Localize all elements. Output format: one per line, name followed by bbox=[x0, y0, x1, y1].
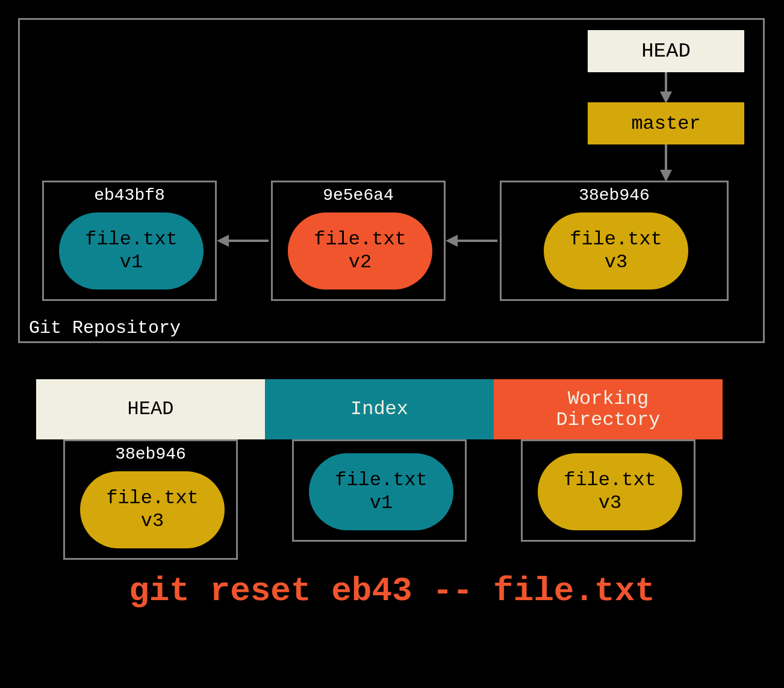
commit-hash: 38eb946 bbox=[502, 186, 727, 205]
arrow-commit-link bbox=[228, 240, 269, 242]
file-name: file.txt bbox=[335, 469, 428, 492]
arrow-head-down-icon bbox=[660, 170, 672, 182]
index-column-label: Index bbox=[350, 398, 408, 420]
wd-label-line2: Directory bbox=[556, 409, 661, 430]
arrow-master-to-commit bbox=[665, 144, 667, 172]
arrow-head-left-icon bbox=[217, 235, 229, 247]
file-pill: file.txt v1 bbox=[309, 453, 453, 530]
head-column-header: HEAD bbox=[36, 379, 265, 439]
file-pill: file.txt v3 bbox=[80, 471, 225, 548]
arrow-head-to-master bbox=[665, 72, 667, 93]
commit-box-38eb946: 38eb946 file.txt v3 bbox=[500, 181, 729, 301]
file-name: file.txt bbox=[570, 228, 662, 251]
git-command-text: git reset eb43 -- file.txt bbox=[0, 572, 784, 610]
commit-hash: 9e5e6a4 bbox=[273, 186, 444, 205]
file-version: v2 bbox=[349, 251, 372, 274]
index-content-box: file.txt v1 bbox=[292, 439, 467, 542]
head-ref-box: HEAD bbox=[588, 30, 744, 72]
file-version: v3 bbox=[605, 251, 627, 274]
head-content-hash: 38eb946 bbox=[65, 445, 236, 463]
file-pill: file.txt v3 bbox=[538, 453, 682, 530]
file-pill: file.txt v2 bbox=[288, 212, 432, 290]
commit-box-9e5e6a4: 9e5e6a4 file.txt v2 bbox=[271, 181, 446, 301]
head-content-box: 38eb946 file.txt v3 bbox=[63, 439, 238, 560]
commit-hash: eb43bf8 bbox=[44, 186, 215, 205]
arrow-commit-link bbox=[456, 240, 497, 242]
master-branch-box: master bbox=[588, 102, 744, 144]
wd-label-line1: Working bbox=[568, 388, 649, 409]
file-pill: file.txt v3 bbox=[544, 212, 688, 290]
arrow-head-down-icon bbox=[660, 91, 672, 104]
file-version: v3 bbox=[599, 492, 621, 515]
file-version: v3 bbox=[141, 510, 164, 533]
file-version: v1 bbox=[370, 492, 393, 515]
file-name: file.txt bbox=[314, 228, 406, 251]
file-name: file.txt bbox=[564, 469, 656, 492]
file-name: file.txt bbox=[106, 487, 199, 510]
index-column-header: Index bbox=[265, 379, 494, 439]
repo-label: Git Repository bbox=[29, 318, 181, 338]
arrow-head-left-icon bbox=[446, 235, 458, 247]
master-branch-label: master bbox=[631, 113, 700, 135]
working-directory-content-box: file.txt v3 bbox=[521, 439, 695, 542]
head-column-label: HEAD bbox=[128, 398, 174, 420]
working-directory-column-header: Working Directory bbox=[494, 379, 723, 439]
commit-box-eb43bf8: eb43bf8 file.txt v1 bbox=[42, 181, 217, 301]
file-name: file.txt bbox=[85, 228, 178, 251]
head-ref-label: HEAD bbox=[641, 40, 691, 63]
file-pill: file.txt v1 bbox=[59, 212, 204, 290]
file-version: v1 bbox=[120, 251, 143, 274]
